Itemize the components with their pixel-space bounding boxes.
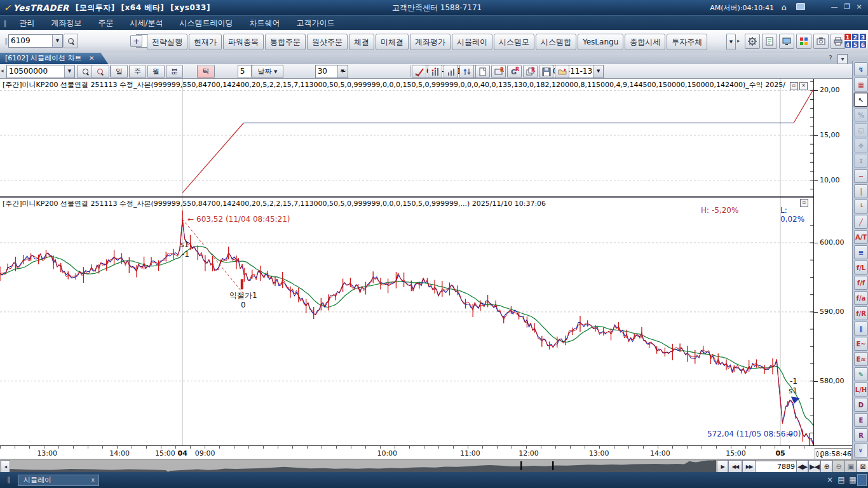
chart-settings-icon[interactable]: ▦ — [854, 78, 868, 92]
menu-item-5[interactable]: 차트쉐어 — [241, 16, 288, 30]
screen-number-combo[interactable]: ▼ — [8, 34, 63, 48]
zoom-percent-tool[interactable]: % — [854, 108, 868, 122]
tab-close-icon[interactable]: ✕ — [89, 55, 94, 62]
trend-line-tool[interactable]: ╱ — [854, 215, 868, 229]
pane-close-icon[interactable]: × — [799, 82, 808, 90]
menu-drag-handle[interactable]: ‖ — [3, 19, 6, 27]
step-forward-icon[interactable]: ▶ — [717, 460, 728, 473]
quick-button-1[interactable]: 현재가 — [189, 34, 222, 50]
status-corner-icon[interactable] — [857, 474, 867, 486]
pattern-r-tool[interactable]: R — [854, 428, 868, 442]
symbol-search-button[interactable] — [64, 34, 78, 48]
status-tab-close-icon[interactable]: x — [92, 475, 95, 485]
quick-button-13[interactable]: 투자주체 — [667, 34, 707, 50]
pattern-e-tool[interactable]: E — [854, 413, 868, 427]
fib-retracement-tool[interactable]: f/R — [854, 306, 868, 320]
quick-button-7[interactable]: 계좌평가 — [410, 34, 451, 50]
pan-hand-tool[interactable]: ✥ — [854, 139, 868, 152]
collapse-horiz-icon[interactable]: ▶◀ — [808, 460, 820, 473]
pencil-tool[interactable]: ✎ — [854, 367, 868, 381]
fib-arc-tool[interactable]: f/a — [854, 291, 868, 305]
volume-chart-icon[interactable] — [444, 65, 458, 78]
fit-range-icon[interactable]: ▣ — [844, 460, 857, 473]
chart-symbol-combo[interactable]: ▼ — [6, 65, 75, 78]
elliott-impulse-tool[interactable]: E≈ — [854, 352, 868, 366]
period-button-0[interactable]: 일 — [111, 65, 128, 78]
menu-item-4[interactable]: 시스템트레이딩 — [172, 16, 241, 30]
elliott-wave-tool[interactable]: E~ — [854, 337, 868, 351]
close-all-icon[interactable]: × — [825, 475, 835, 484]
zoom-in-icon[interactable]: ⊕ — [820, 460, 832, 473]
screen-page-button-4[interactable]: 4 — [844, 41, 851, 48]
new-window-icon[interactable] — [475, 65, 490, 78]
menu-item-0[interactable]: 관리 — [11, 16, 43, 30]
period-button-1[interactable]: 주 — [129, 65, 146, 78]
window-list-icon[interactable]: ▤ — [836, 475, 846, 484]
minimize-button[interactable]: — — [829, 3, 840, 12]
replay-tv-icon[interactable]: R — [491, 65, 506, 78]
period-button-3[interactable]: 분 — [166, 65, 183, 78]
chevron-down-icon[interactable]: ▼ — [52, 35, 62, 47]
price-chart-plot[interactable]: ← 603,52 (11/04 08:45:21)s1-1익절가10572,04… — [0, 198, 813, 445]
quick-button-6[interactable]: 미체결 — [376, 34, 409, 50]
replay-copy-icon[interactable]: R — [523, 65, 538, 78]
axis-scale-tool[interactable]: ↕ — [854, 154, 868, 168]
pattern-d-tool[interactable]: D — [854, 398, 868, 412]
quick-button-9[interactable]: 시스템모 — [494, 34, 534, 50]
replay-g-icon[interactable]: GR — [507, 65, 522, 78]
help-button[interactable]: ? — [826, 54, 835, 63]
fib-lines-tool[interactable]: f/L — [854, 261, 868, 274]
zoom-out-icon[interactable]: ⊖ — [832, 460, 844, 473]
tab-simulation-chart[interactable]: [6102] 시뮬레이션 차트 ✕ — [0, 53, 108, 64]
user-memo-icon[interactable] — [762, 34, 777, 49]
settings-icon[interactable] — [745, 34, 760, 49]
screen-number-input[interactable] — [9, 35, 55, 46]
menu-item-1[interactable]: 계좌정보 — [43, 16, 90, 30]
screen-page-button-5[interactable]: 5 — [851, 41, 859, 48]
fib-fan-tool[interactable]: f/f — [854, 276, 868, 290]
quick-button-2[interactable]: 파워종목 — [223, 34, 264, 50]
tab-list-button[interactable]: ▾ — [837, 54, 848, 64]
open-icon[interactable] — [555, 65, 569, 78]
close-button[interactable]: × — [853, 3, 865, 12]
screen-page-button-6[interactable]: 6 — [859, 41, 867, 48]
parallel-lines-tool[interactable]: ≡ — [854, 245, 868, 259]
tick-count-input[interactable] — [316, 65, 340, 76]
chart-search-jump-button[interactable] — [92, 65, 109, 78]
monitor-icon[interactable] — [779, 34, 794, 49]
quick-button-10[interactable]: 시스템합 — [536, 34, 576, 50]
chevron-down-icon[interactable]: ▼ — [593, 65, 603, 78]
restore-button[interactable]: ❐ — [841, 3, 853, 12]
screen-page-button-2[interactable]: 2 — [851, 33, 859, 41]
quick-button-12[interactable]: 종합시세 — [625, 34, 665, 50]
refresh-icon[interactable]: ↯ — [854, 62, 868, 76]
menu-item-3[interactable]: 시세/분석 — [122, 16, 172, 30]
quick-button-0[interactable]: 전략실행 — [147, 34, 187, 50]
expand-horiz-icon[interactable]: ◀▶ — [796, 460, 808, 473]
horizontal-line-tool[interactable]: ─ — [854, 169, 868, 183]
toolbar-drag-handle[interactable]: ‖ — [4, 37, 8, 45]
period-button-2[interactable]: 월 — [147, 65, 165, 78]
layout-icon[interactable] — [796, 34, 811, 49]
signal-chart-icon[interactable] — [428, 65, 442, 78]
capture-icon[interactable] — [813, 34, 829, 49]
add-screen-button[interactable]: + — [130, 35, 142, 47]
cascade-windows-icon[interactable]: ▦ — [848, 475, 858, 484]
rewind-icon[interactable]: ◀◀ — [728, 460, 742, 473]
toolbar-overflow-icon[interactable]: ▸ — [737, 37, 740, 44]
tick-mode-button[interactable]: 틱 — [197, 65, 215, 78]
quick-button-4[interactable]: 원샷주문 — [307, 34, 348, 50]
pane-minimize-icon[interactable]: ▫ — [790, 82, 798, 90]
text-tool[interactable]: A/T — [854, 230, 868, 244]
drag-zoom-tool[interactable]: ◱ — [854, 123, 868, 137]
home-icon[interactable]: ⌂ — [778, 2, 790, 13]
data-minimap[interactable] — [10, 459, 716, 472]
screen-page-button-3[interactable]: 3 — [859, 33, 867, 41]
scroll-left-button[interactable]: ◂ — [1, 460, 10, 473]
profit-chart-pane[interactable]: [주간]미니KP200 선물연결 251113 수정_사본(999999,550… — [0, 79, 813, 196]
more-tools[interactable]: » — [854, 444, 868, 458]
bar-count-input[interactable] — [755, 461, 798, 473]
fast-forward-icon[interactable]: ▶▶ — [742, 460, 756, 473]
quick-buttons-dropdown[interactable]: ▼ — [726, 34, 736, 50]
status-tab-simulation[interactable]: 시뮬레이 x — [18, 475, 99, 486]
